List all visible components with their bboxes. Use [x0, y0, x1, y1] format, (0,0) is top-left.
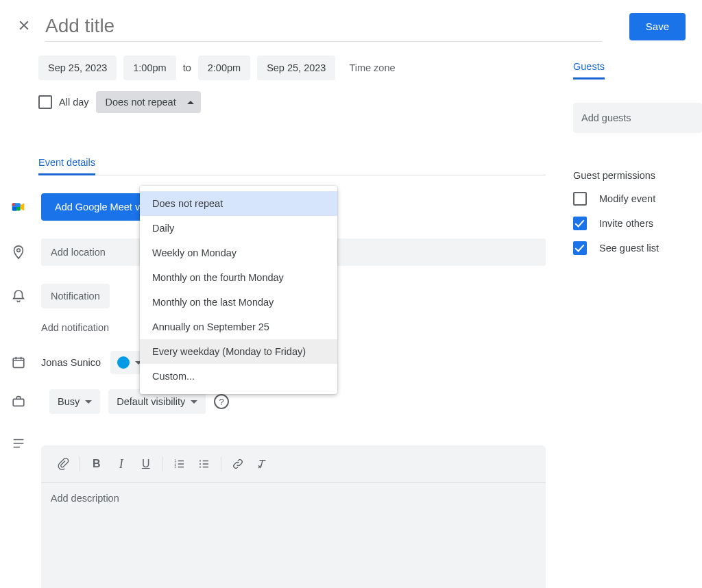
- chevron-up-icon: [187, 101, 194, 104]
- chevron-down-icon: [85, 400, 92, 404]
- bullet-list-button[interactable]: [192, 452, 217, 476]
- svg-point-9: [199, 460, 201, 461]
- repeat-current-value: Does not repeat: [106, 97, 176, 108]
- repeat-option[interactable]: Monthly on the last Monday: [140, 290, 337, 315]
- repeat-option[interactable]: Custom...: [140, 364, 337, 389]
- end-time-chip[interactable]: 2:00pm: [198, 56, 250, 80]
- color-dot-icon: [117, 356, 130, 369]
- calendar-icon: [11, 355, 41, 370]
- close-icon: [16, 18, 32, 33]
- start-time-chip[interactable]: 1:00pm: [123, 56, 176, 80]
- description-box: B I U 123: [41, 445, 546, 588]
- meet-icon: [11, 199, 41, 215]
- italic-button[interactable]: I: [109, 452, 134, 476]
- description-input[interactable]: Add description: [41, 483, 546, 588]
- repeat-option[interactable]: Annually on September 25: [140, 315, 337, 339]
- svg-rect-4: [13, 358, 24, 368]
- svg-point-10: [199, 463, 201, 465]
- repeat-dropdown[interactable]: Does not repeat: [96, 91, 201, 113]
- repeat-option[interactable]: Daily: [140, 216, 337, 241]
- perm-modify-checkbox[interactable]: [573, 192, 587, 206]
- allday-checkbox[interactable]: [38, 95, 52, 109]
- timezone-link[interactable]: Time zone: [349, 62, 395, 73]
- help-icon[interactable]: ?: [214, 394, 229, 409]
- close-button[interactable]: [11, 12, 37, 40]
- chevron-down-icon: [191, 400, 197, 404]
- svg-point-3: [17, 249, 21, 252]
- add-guests-input[interactable]: Add guests: [573, 103, 702, 133]
- location-icon: [11, 245, 41, 260]
- tab-event-details[interactable]: Event details: [38, 151, 95, 175]
- description-icon: [11, 429, 41, 451]
- briefcase-icon: [11, 394, 41, 409]
- title-input[interactable]: [45, 11, 602, 42]
- link-button[interactable]: [226, 452, 250, 476]
- organizer-name: Jonas Sunico: [41, 357, 101, 368]
- svg-text:3: 3: [174, 465, 176, 469]
- numbered-list-button[interactable]: 123: [167, 452, 192, 476]
- svg-rect-5: [13, 399, 24, 406]
- svg-point-11: [199, 466, 201, 467]
- repeat-dropdown-menu: Does not repeatDailyWeekly on MondayMont…: [140, 186, 337, 394]
- repeat-option[interactable]: Monthly on the fourth Monday: [140, 265, 337, 290]
- repeat-option[interactable]: Weekly on Monday: [140, 241, 337, 265]
- perm-seelist-checkbox[interactable]: [573, 241, 587, 255]
- perm-modify-label: Modify event: [599, 193, 655, 204]
- clear-formatting-button[interactable]: [250, 452, 275, 476]
- start-date-chip[interactable]: Sep 25, 2023: [38, 56, 117, 80]
- repeat-option[interactable]: Does not repeat: [140, 191, 337, 216]
- underline-button[interactable]: U: [134, 452, 158, 476]
- end-date-chip[interactable]: Sep 25, 2023: [257, 56, 335, 80]
- perm-invite-label: Invite others: [599, 218, 653, 229]
- attach-button[interactable]: [51, 452, 75, 476]
- perm-seelist-label: See guest list: [599, 243, 659, 254]
- notification-chip[interactable]: Notification: [41, 284, 110, 308]
- perm-invite-checkbox[interactable]: [573, 217, 587, 230]
- add-notification-link[interactable]: Add notification: [41, 322, 109, 333]
- guest-permissions-title: Guest permissions: [573, 170, 702, 181]
- bell-icon: [11, 289, 41, 304]
- bold-button[interactable]: B: [84, 452, 109, 476]
- availability-dropdown[interactable]: Busy: [49, 389, 100, 414]
- repeat-option[interactable]: Every weekday (Monday to Friday): [140, 339, 337, 364]
- tab-guests[interactable]: Guests: [573, 56, 605, 79]
- save-button[interactable]: Save: [629, 13, 686, 40]
- allday-label: All day: [59, 97, 89, 108]
- to-label: to: [183, 62, 191, 73]
